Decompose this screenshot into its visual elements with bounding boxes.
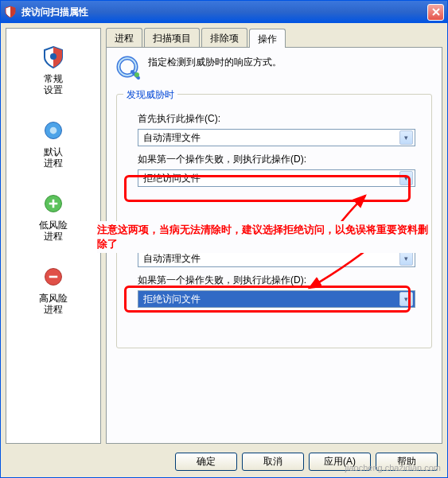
actions-panel: 指定检测到威胁时的响应方式。 发现威胁时 首先执行此操作(C): 自动清理文件 … (106, 47, 442, 444)
chevron-down-icon: ▾ (399, 171, 413, 185)
chevron-down-icon: ▾ (399, 130, 413, 145)
combo-value: 拒绝访问文件 (143, 172, 201, 185)
titlebar: 按访问扫描属性 (1, 1, 447, 23)
combo-value: 拒绝访问文件 (143, 293, 201, 306)
window-title: 按访问扫描属性 (21, 6, 88, 19)
sidebar-item-lowrisk[interactable]: 低风险 进程 (39, 191, 68, 242)
group-legend: 发现威胁时 (123, 88, 177, 102)
tab-actions[interactable]: 操作 (249, 29, 286, 48)
fallback-action-label-2: 如果第一个操作失败，则执行此操作(D): (138, 274, 422, 287)
tab-process[interactable]: 进程 (106, 28, 142, 47)
cancel-button[interactable]: 取消 (242, 453, 304, 471)
combo-value: 自动清理文件 (143, 252, 201, 266)
fallback-action-combo-2[interactable]: 拒绝访问文件 ▾ (138, 290, 415, 308)
sidebar-item-label: 常规 设置 (44, 73, 63, 95)
combo-value: 自动清理文件 (143, 131, 201, 145)
watermark-text: jiaocheng.chazidian.com (345, 463, 441, 472)
chevron-down-icon: ▾ (399, 251, 413, 266)
svg-point-0 (50, 53, 56, 60)
shield-icon (41, 45, 66, 70)
ok-button[interactable]: 确定 (175, 453, 237, 471)
fallback-action-label: 如果第一个操作失败，则执行此操作(D): (138, 153, 422, 166)
panel-description: 指定检测到威胁时的响应方式。 (148, 56, 282, 69)
sidebar-item-highrisk[interactable]: 高风险 进程 (39, 264, 68, 315)
svg-point-7 (134, 72, 139, 77)
tab-exclusions[interactable]: 排除项 (201, 28, 247, 47)
dialog-window: 按访问扫描属性 常规 设置 默认 进程 低风险 (0, 0, 448, 478)
chevron-down-icon: ▾ (399, 292, 413, 306)
main-panel: 进程 扫描项目 排除项 操作 指定检测到威胁时的响应方式。 发现威胁时 首先执行… (106, 28, 442, 444)
close-button[interactable] (427, 4, 444, 21)
circle-blue-icon (41, 118, 66, 143)
sidebar-item-general[interactable]: 常规 设置 (41, 45, 66, 95)
sidebar-item-label: 高风险 进程 (39, 293, 68, 315)
svg-point-2 (50, 127, 57, 134)
annotation-text: 注意这两项，当病无法清除时，建议选择拒绝访问，以免误将重要资料删除了 (97, 221, 431, 253)
app-shield-icon (4, 6, 17, 18)
first-action-label: 首先执行此操作(C): (138, 112, 422, 126)
circle-green-plus-icon (41, 191, 66, 216)
sidebar-item-label: 默认 进程 (44, 146, 63, 169)
sidebar: 常规 设置 默认 进程 低风险 进程 高风险 进程 (6, 28, 101, 444)
circle-red-minus-icon (41, 264, 66, 290)
tab-scan-items[interactable]: 扫描项目 (144, 28, 200, 47)
fallback-action-combo[interactable]: 拒绝访问文件 ▾ (138, 169, 415, 187)
sidebar-item-label: 低风险 进程 (39, 220, 68, 242)
gear-icon (116, 56, 142, 81)
first-action-combo[interactable]: 自动清理文件 ▾ (138, 129, 415, 146)
sidebar-item-default[interactable]: 默认 进程 (41, 118, 66, 169)
tab-bar: 进程 扫描项目 排除项 操作 (106, 28, 442, 47)
content-area: 常规 设置 默认 进程 低风险 进程 高风险 进程 (1, 23, 447, 449)
